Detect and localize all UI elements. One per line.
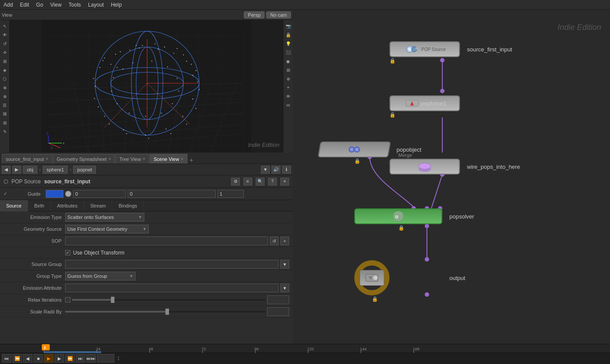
tl-step-fwd[interactable]: ⏩ (65, 354, 75, 363)
node-pop-source-box[interactable]: POP Source (390, 41, 460, 57)
grid-icon[interactable]: ⊞ (284, 66, 292, 74)
tab-close-1[interactable]: × (108, 157, 111, 161)
persp-button[interactable]: Persp (244, 11, 265, 18)
relax-slider-track[interactable] (72, 299, 265, 301)
use-object-transform-checkbox[interactable] (65, 250, 70, 255)
param-node-name[interactable]: source_first_input (44, 178, 90, 185)
tab-scene-view[interactable]: Scene View × (150, 154, 187, 164)
param-list-button[interactable]: ≡ (243, 178, 252, 186)
guide-frame-mid[interactable] (128, 190, 216, 198)
tl-goto-end[interactable]: ⏭ (76, 354, 85, 363)
sub-tab-stream[interactable]: Stream (84, 200, 112, 211)
cam-button[interactable]: No cam (266, 11, 291, 18)
tl-play-realtime[interactable]: ▶ (44, 354, 54, 363)
emission-type-dropdown[interactable]: Scatter onto Surfaces ▼ (65, 213, 144, 222)
path-sphere1[interactable]: sphere1 (43, 166, 68, 174)
menu-help[interactable]: Help (111, 2, 122, 8)
sub-tab-birth[interactable]: Birth (28, 200, 51, 211)
geometry-source-dropdown[interactable]: Use First Context Geometry ▼ (65, 225, 149, 233)
svg-point-50 (170, 133, 171, 134)
snap-icon[interactable]: ⊕ (284, 75, 292, 83)
48-icon[interactable]: 48 (284, 101, 292, 109)
node-popsolver[interactable]: ⚙ popsolver 🔒 (354, 208, 474, 231)
sop-add-button[interactable]: + (280, 237, 289, 245)
tl-goto-end2[interactable]: ⏭⏭ (86, 354, 96, 363)
param-help-button[interactable]: ? (268, 178, 277, 186)
tl-stop[interactable]: ■ (33, 354, 43, 363)
path-info-button[interactable]: ℹ (282, 166, 291, 174)
relax-iterations-checkbox[interactable] (65, 297, 70, 302)
group-type-value: Guess from Group ▼ (65, 272, 289, 280)
node-pop-source[interactable]: POP Source source_first_input 🔒 (390, 41, 512, 64)
svg-point-72 (145, 135, 146, 136)
scale-radii-slider-thumb[interactable] (165, 309, 169, 315)
geometry-source-value: Use First Context Geometry ▼ (65, 225, 289, 233)
relax-slider-thumb[interactable] (111, 297, 114, 303)
tab-close-3[interactable]: × (181, 157, 184, 161)
node-popobject-box[interactable] (318, 142, 391, 157)
nav-fwd-button[interactable]: ▶ (12, 166, 21, 174)
path-obj[interactable]: obj (23, 166, 37, 174)
guide-checkbox[interactable]: ✓ (4, 191, 7, 196)
param-zoom-button[interactable]: 🔍 (256, 178, 265, 186)
emission-attribute-input[interactable] (65, 284, 279, 292)
emission-attribute-dropdown-btn[interactable]: ▼ (280, 284, 289, 292)
relax-iterations-input[interactable]: 10 (267, 295, 289, 304)
tab-source-first-input[interactable]: source_first_input × (2, 154, 52, 164)
sop-input[interactable] (65, 237, 268, 245)
node-merge-box[interactable] (390, 159, 460, 175)
nav-back-button[interactable]: ◀ (2, 166, 11, 174)
handle-icon[interactable]: ⌖ (284, 84, 292, 91)
lights-icon[interactable]: 💡 (284, 40, 292, 47)
tab-add-button[interactable]: + (188, 157, 195, 164)
render-icon[interactable]: 🔒 (284, 31, 292, 39)
group-type-dropdown[interactable]: Guess from Group ▼ (65, 272, 136, 280)
output-inner-box[interactable] (360, 270, 384, 286)
node-popforce1-box[interactable]: popforce1 (390, 95, 460, 111)
path-audio-button[interactable]: 🔊 (272, 166, 280, 174)
scale-radii-input[interactable]: 1 (267, 307, 289, 316)
node-popsolver-box[interactable]: ⚙ (354, 208, 442, 224)
node-merge[interactable]: Merge wire_pops_into_here (390, 153, 520, 175)
guide-frame-end[interactable] (217, 190, 244, 198)
path-options-button[interactable]: ▼ (261, 166, 270, 174)
sub-tab-bindings[interactable]: Bindings (112, 200, 143, 211)
sub-tab-source[interactable]: Source (0, 200, 28, 211)
scale-radii-slider-track[interactable] (65, 311, 265, 313)
param-gear-button[interactable]: ⚙ (231, 178, 240, 186)
sub-tab-attributes[interactable]: Attributes (51, 200, 84, 211)
guide-frame-start[interactable] (73, 190, 126, 198)
node-graph[interactable]: Indie Edition (293, 10, 610, 344)
cam-icon[interactable]: 📷 (284, 22, 292, 30)
tab-close-2[interactable]: × (143, 157, 145, 161)
guide-color-dot[interactable] (65, 191, 71, 197)
sop-reload-button[interactable]: ↺ (270, 237, 279, 245)
tl-play[interactable]: ▶ (55, 354, 64, 363)
display-icon[interactable]: ⬛ (284, 48, 292, 56)
menu-layout[interactable]: Layout (88, 2, 104, 8)
tl-step-back[interactable]: ⏪ (12, 354, 22, 363)
tab-close-0[interactable]: × (46, 157, 48, 161)
path-popnet[interactable]: popnet (73, 166, 96, 174)
shading-icon[interactable]: ◉ (284, 57, 292, 65)
viewport[interactable]: ↖ 👁 ↺ ✛ ⊞ ◈ ⬡ ⊕ ⊗ ☰ ⌘ ⊞ ✎ (0, 20, 293, 153)
source-group-input[interactable] (65, 260, 279, 269)
menu-go[interactable]: Go (36, 2, 43, 8)
node-output[interactable]: output 🔒 (354, 260, 465, 302)
tl-goto-start[interactable]: ⏮ (2, 354, 11, 363)
menu-tools[interactable]: Tools (69, 2, 81, 8)
tl-frame-input[interactable]: 3 (97, 354, 114, 363)
source-group-dropdown-btn[interactable]: ▼ (280, 260, 289, 269)
menu-add[interactable]: Add (4, 2, 13, 8)
menu-edit[interactable]: Edit (20, 2, 29, 8)
node-output-body: output (354, 260, 465, 295)
tab-geometry-spreadsheet[interactable]: Geometry Spreadsheet × (53, 154, 115, 164)
menu-view[interactable]: View (50, 2, 62, 8)
guide-color-swatch[interactable] (46, 190, 63, 198)
tab-tree-view[interactable]: Tree View × (115, 154, 149, 164)
tl-prev-frame[interactable]: ◀ (23, 354, 33, 363)
param-close-button[interactable]: × (280, 178, 289, 186)
output-lock: 🔒 (372, 296, 378, 302)
vis-icon[interactable]: 👁 (284, 92, 292, 100)
node-popforce1[interactable]: popforce1 🔒 (390, 95, 460, 118)
